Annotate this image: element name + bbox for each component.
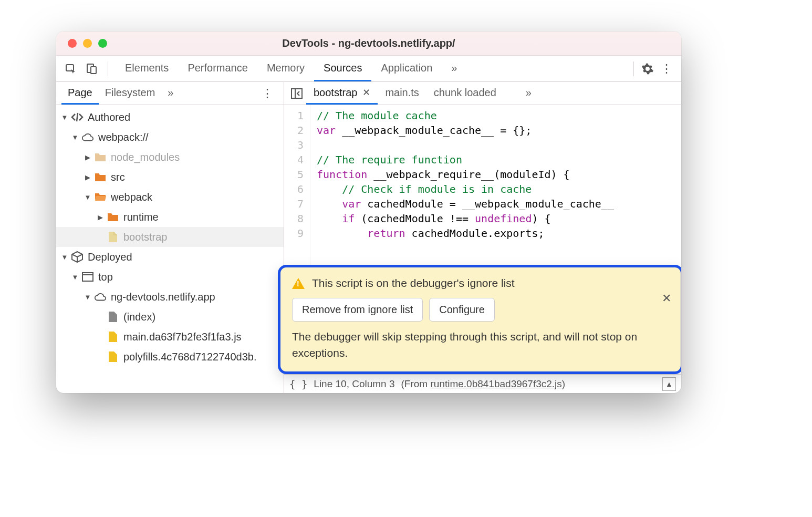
- tree-authored[interactable]: ▼Authored: [56, 107, 284, 127]
- window-controls: [68, 39, 107, 48]
- navigator-toggle-icon[interactable]: [287, 84, 306, 103]
- filetab-main[interactable]: main.ts: [378, 82, 426, 105]
- cloud-icon: [94, 291, 107, 303]
- tree-domain[interactable]: ▼ng-devtools.netlify.app: [56, 287, 284, 307]
- svg-rect-3: [82, 273, 93, 281]
- file-icon: [107, 231, 119, 243]
- js-file-icon: [107, 350, 119, 363]
- filetab-chunk[interactable]: chunk loaded: [426, 82, 504, 105]
- tab-memory[interactable]: Memory: [257, 56, 314, 81]
- js-file-icon: [107, 330, 119, 343]
- maximize-window-icon[interactable]: [98, 39, 107, 48]
- tree-webpack-folder[interactable]: ▼webpack: [56, 187, 284, 207]
- svg-rect-2: [91, 67, 96, 74]
- editor-statusbar: { } Line 10, Column 3 (From runtime.0b84…: [284, 374, 681, 393]
- file-icon: [107, 311, 119, 323]
- configure-button[interactable]: Configure: [429, 298, 495, 322]
- tree-runtime[interactable]: ▶runtime: [56, 207, 284, 227]
- editor-pane: bootstrap✕ main.ts chunk loaded » 1 2 3 …: [284, 82, 681, 393]
- tree-label: src: [111, 171, 125, 183]
- window-title: DevTools - ng-devtools.netlify.app/: [282, 37, 455, 49]
- separator: [108, 61, 108, 76]
- filetabs-overflow-icon[interactable]: »: [518, 82, 539, 105]
- close-banner-icon[interactable]: ✕: [662, 292, 671, 305]
- file-tabs: bootstrap✕ main.ts chunk loaded »: [284, 82, 681, 105]
- sidebar-tabs-overflow-icon[interactable]: »: [161, 82, 180, 105]
- kebab-menu-icon[interactable]: ⋮: [658, 60, 675, 77]
- ignore-list-banner: This script is on the debugger's ignore …: [278, 265, 681, 374]
- tree-label: webpack: [111, 191, 152, 203]
- banner-description: The debugger will skip stepping through …: [292, 329, 669, 361]
- folder-icon: [94, 151, 107, 163]
- titlebar: DevTools - ng-devtools.netlify.app/: [56, 32, 681, 56]
- tab-performance[interactable]: Performance: [178, 56, 257, 81]
- close-window-icon[interactable]: [68, 39, 77, 48]
- cloud-icon: [81, 131, 94, 143]
- tree-label: runtime: [123, 211, 159, 223]
- file-tree: ▼Authored ▼webpack:// ▶node_modules ▶src…: [56, 105, 284, 393]
- warning-icon: [292, 278, 305, 289]
- cursor-position: Line 10, Column 3: [314, 378, 394, 390]
- package-icon: [71, 251, 84, 263]
- frame-icon: [81, 271, 94, 283]
- close-icon[interactable]: ✕: [362, 87, 370, 98]
- folder-icon: [94, 171, 107, 183]
- device-toggle-icon[interactable]: [84, 60, 100, 77]
- source-link[interactable]: runtime.0b841bad3967f3c2.js: [430, 378, 561, 389]
- gear-icon[interactable]: [639, 60, 656, 77]
- tree-label: Deployed: [88, 251, 132, 263]
- folder-open-icon: [94, 191, 107, 203]
- tab-sources[interactable]: Sources: [314, 56, 371, 81]
- tree-top[interactable]: ▼top: [56, 267, 284, 287]
- tree-node-modules[interactable]: ▶node_modules: [56, 147, 284, 167]
- separator: [633, 61, 634, 76]
- pretty-print-icon[interactable]: { }: [289, 378, 307, 390]
- svg-rect-0: [66, 65, 74, 71]
- panel-tabs: Elements Performance Memory Sources Appl…: [116, 56, 466, 81]
- tree-bootstrap[interactable]: bootstrap: [56, 227, 284, 247]
- sidebar-tab-filesystem[interactable]: Filesystem: [99, 82, 162, 105]
- tree-label: main.da63f7b2fe3f1fa3.js: [123, 331, 242, 343]
- tree-label: polyfills.4c768d7122740d3b.: [123, 351, 257, 363]
- tree-deployed[interactable]: ▼Deployed: [56, 247, 284, 267]
- filetab-label: main.ts: [385, 87, 419, 99]
- tab-application[interactable]: Application: [371, 56, 442, 81]
- tree-label: (index): [123, 311, 155, 323]
- tree-polyfills[interactable]: polyfills.4c768d7122740d3b.: [56, 347, 284, 367]
- tree-webpack[interactable]: ▼webpack://: [56, 127, 284, 147]
- tabs-overflow-icon[interactable]: »: [442, 56, 466, 81]
- tab-elements[interactable]: Elements: [116, 56, 178, 81]
- tree-label: bootstrap: [123, 231, 167, 243]
- folder-icon: [107, 211, 119, 223]
- minimize-window-icon[interactable]: [83, 39, 92, 48]
- filetab-bootstrap[interactable]: bootstrap✕: [306, 82, 378, 105]
- tree-index[interactable]: (index): [56, 307, 284, 327]
- source-from: (From runtime.0b841bad3967f3c2.js): [401, 378, 566, 390]
- inspect-icon[interactable]: [63, 60, 79, 77]
- main-toolbar: Elements Performance Memory Sources Appl…: [56, 56, 681, 82]
- collapse-icon[interactable]: ▲: [662, 377, 676, 391]
- tree-label: webpack://: [98, 131, 149, 143]
- sidebar-tab-page[interactable]: Page: [61, 82, 99, 105]
- remove-from-ignore-button[interactable]: Remove from ignore list: [292, 298, 423, 322]
- tree-mainjs[interactable]: main.da63f7b2fe3f1fa3.js: [56, 327, 284, 347]
- filetab-label: bootstrap: [314, 87, 357, 99]
- sidebar-tabs: Page Filesystem » ⋮: [56, 82, 284, 105]
- sidebar-kebab-icon[interactable]: ⋮: [256, 87, 278, 100]
- tree-label: ng-devtools.netlify.app: [111, 291, 215, 303]
- tree-label: top: [98, 271, 113, 283]
- tree-src[interactable]: ▶src: [56, 167, 284, 187]
- tree-label: node_modules: [111, 151, 180, 163]
- banner-title: This script is on the debugger's ignore …: [312, 277, 515, 289]
- filetab-label: chunk loaded: [434, 87, 496, 99]
- devtools-window: DevTools - ng-devtools.netlify.app/ Elem…: [56, 32, 681, 393]
- tree-label: Authored: [88, 111, 130, 123]
- sources-sidebar: Page Filesystem » ⋮ ▼Authored ▼webpack:/…: [56, 82, 284, 393]
- code-icon: [71, 111, 84, 123]
